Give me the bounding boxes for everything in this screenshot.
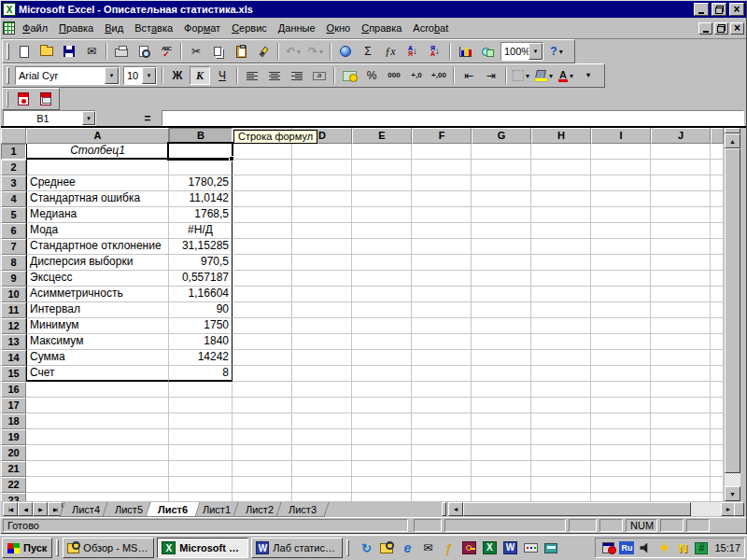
cell-A14[interactable]: Сумма	[26, 350, 169, 366]
cell-F14[interactable]	[412, 350, 472, 366]
cell-F10[interactable]	[412, 287, 472, 302]
new-button[interactable]	[14, 42, 35, 61]
cell-H15[interactable]	[531, 366, 591, 382]
cell-B14[interactable]: 14242	[169, 350, 233, 366]
cell-K10[interactable]	[711, 287, 724, 302]
cell-H12[interactable]	[531, 318, 591, 334]
cell-K6[interactable]	[711, 223, 724, 239]
cut-button[interactable]: ✂	[186, 42, 206, 61]
cell-E16[interactable]	[352, 382, 412, 398]
cell-H23[interactable]	[531, 493, 591, 501]
cell-D23[interactable]	[292, 493, 352, 501]
cell-E5[interactable]	[352, 207, 412, 223]
cell-E9[interactable]	[352, 271, 412, 287]
launch-media-app[interactable]: ƒ	[439, 539, 458, 557]
scroll-left-icon[interactable]	[448, 502, 463, 516]
zoom-combo[interactable]: 100%	[500, 42, 543, 61]
cell-H9[interactable]	[531, 271, 591, 287]
cell-F6[interactable]	[412, 223, 472, 239]
sort-descending-button[interactable]: ЯА↓	[425, 42, 445, 61]
cell-A9[interactable]: Эксцесс	[26, 271, 169, 287]
cell-B20[interactable]	[169, 445, 233, 461]
launch-find[interactable]	[377, 539, 396, 557]
cell-E14[interactable]	[352, 350, 412, 366]
borders-button[interactable]	[511, 66, 531, 85]
cell-J1[interactable]	[651, 144, 711, 160]
tray-language-indicator[interactable]: Ru	[618, 539, 635, 557]
cell-I21[interactable]	[591, 461, 651, 477]
cell-A1[interactable]: Столбец1	[26, 144, 169, 160]
cell-I8[interactable]	[591, 255, 651, 271]
cell-H1[interactable]	[531, 144, 591, 160]
toolbar-drag-handle[interactable]	[7, 67, 9, 84]
cell-J4[interactable]	[651, 191, 711, 207]
cell-G11[interactable]	[472, 302, 531, 318]
cell-I23[interactable]	[591, 493, 651, 501]
cell-G8[interactable]	[472, 255, 531, 271]
cell-K8[interactable]	[711, 255, 724, 271]
cell-A11[interactable]: Интервал	[26, 302, 169, 318]
underline-button[interactable]: Ч	[212, 66, 233, 85]
cell-K9[interactable]	[711, 271, 724, 287]
cell-K14[interactable]	[711, 350, 724, 366]
font-size-combo-dropdown-icon[interactable]	[142, 67, 156, 84]
cell-E23[interactable]	[352, 493, 412, 501]
thousands-button[interactable]: 000	[384, 66, 404, 85]
cell-H8[interactable]	[531, 255, 591, 271]
drawing-button[interactable]	[477, 42, 498, 61]
cell-J10[interactable]	[651, 287, 711, 302]
cell-K21[interactable]	[711, 461, 724, 477]
cell-F3[interactable]	[412, 175, 472, 191]
scroll-down-icon[interactable]	[725, 486, 740, 501]
cell-B4[interactable]: 11,0142	[169, 191, 233, 207]
cell-K1[interactable]	[711, 144, 724, 160]
task-microsoft-excel[interactable]: XMicrosoft E...	[157, 538, 248, 558]
cell-C17[interactable]	[233, 398, 292, 413]
save-button[interactable]	[59, 42, 79, 61]
cell-G2[interactable]	[472, 160, 531, 175]
cell-H21[interactable]	[531, 461, 591, 477]
cell-H11[interactable]	[531, 302, 591, 318]
cell-C14[interactable]	[233, 350, 292, 366]
cell-K13[interactable]	[711, 334, 724, 350]
cell-A13[interactable]: Максимум	[26, 334, 169, 350]
cell-K7[interactable]	[711, 239, 724, 255]
autosum-button[interactable]: Σ	[358, 42, 378, 61]
cell-G22[interactable]	[472, 477, 531, 493]
cell-I7[interactable]	[591, 239, 651, 255]
cell-G18[interactable]	[472, 413, 531, 429]
cell-F7[interactable]	[412, 239, 472, 255]
cell-K11[interactable]	[711, 302, 724, 318]
cell-B21[interactable]	[169, 461, 233, 477]
cell-E3[interactable]	[352, 175, 412, 191]
cell-D8[interactable]	[292, 255, 352, 271]
menu-acrobat[interactable]: Acrobat	[407, 21, 454, 35]
cell-I12[interactable]	[591, 318, 651, 334]
cell-A4[interactable]: Стандартная ошибка	[26, 191, 169, 207]
toolbar-drag-handle[interactable]	[7, 91, 8, 107]
cell-E19[interactable]	[352, 429, 412, 445]
cell-G10[interactable]	[472, 287, 531, 302]
cell-K18[interactable]	[711, 413, 724, 429]
cell-D14[interactable]	[292, 350, 352, 366]
cell-E11[interactable]	[352, 302, 412, 318]
italic-button[interactable]: К	[190, 66, 210, 85]
menu-insert[interactable]: Вставка	[129, 21, 178, 35]
cell-H6[interactable]	[531, 223, 591, 239]
increase-decimal-button[interactable]: +,0	[406, 66, 427, 85]
percent-button[interactable]: %	[361, 66, 382, 85]
fill-color-button[interactable]	[533, 66, 554, 85]
cell-G21[interactable]	[472, 461, 531, 477]
cell-K15[interactable]	[711, 366, 724, 382]
cell-C7[interactable]	[233, 239, 292, 255]
cell-K5[interactable]	[711, 207, 724, 223]
cell-G23[interactable]	[472, 493, 531, 501]
cell-B19[interactable]	[169, 429, 233, 445]
cell-E22[interactable]	[352, 477, 412, 493]
cell-H18[interactable]	[531, 413, 591, 429]
cell-C4[interactable]	[233, 191, 292, 207]
cell-C16[interactable]	[233, 382, 292, 398]
cell-D17[interactable]	[292, 398, 352, 413]
cell-J15[interactable]	[651, 366, 711, 382]
cell-I1[interactable]	[591, 144, 651, 160]
